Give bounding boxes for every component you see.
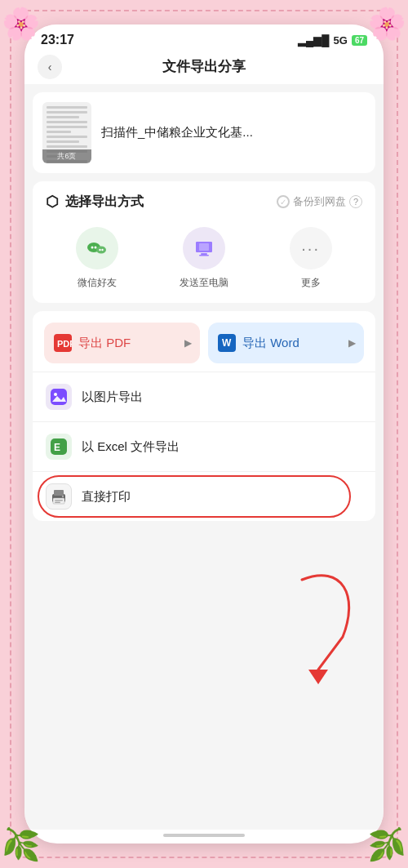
svg-point-8: [100, 249, 101, 251]
print-label: 直接打印: [82, 489, 131, 505]
svg-rect-14: [199, 255, 209, 256]
share-item-computer[interactable]: 发送至电脑: [180, 227, 228, 290]
svg-rect-27: [55, 500, 63, 501]
svg-point-9: [102, 249, 104, 251]
share-item-wechat[interactable]: 微信好友: [76, 227, 118, 290]
svg-rect-12: [199, 243, 209, 251]
corner-decoration-br: 🌿: [366, 826, 406, 866]
signal-icon: ▂▄▆█: [298, 34, 329, 47]
svg-rect-25: [54, 490, 64, 496]
svg-point-29: [62, 496, 64, 497]
print-export-icon: [46, 483, 72, 510]
excel-export-label: 以 Excel 文件导出: [82, 439, 180, 455]
word-icon: W: [218, 334, 236, 352]
svg-text:🌸: 🌸: [2, 5, 41, 42]
status-bar: 23:17 ▂▄▆█ 5G 67: [24, 24, 384, 52]
wechat-label: 微信好友: [78, 276, 117, 290]
export-image-item[interactable]: 以图片导出: [33, 372, 375, 421]
export-word-button[interactable]: W 导出 Word ▶: [208, 323, 364, 363]
file-thumbnail: 共6页: [42, 102, 91, 163]
computer-label: 发送至电脑: [180, 276, 228, 290]
status-icons: ▂▄▆█ 5G 67: [298, 34, 367, 47]
export-pdf-button[interactable]: PDF 导出 PDF ▶: [44, 323, 200, 363]
status-time: 23:17: [41, 33, 74, 47]
corner-decoration-bl: 🌿: [2, 826, 42, 866]
svg-rect-19: [51, 389, 67, 405]
share-item-more[interactable]: ··· 更多: [290, 227, 332, 290]
more-icon-circle: ···: [290, 227, 332, 269]
file-name: 扫描件_中储粮企业文化基...: [101, 125, 366, 140]
section-title-container: ⬡ 选择导出方式: [46, 193, 144, 211]
help-icon[interactable]: ?: [349, 195, 362, 208]
pdf-icon: PDF: [54, 334, 72, 352]
image-export-label: 以图片导出: [82, 389, 143, 405]
phone-frame: 23:17 ▂▄▆█ 5G 67 ‹ 文件导出分享: [24, 24, 384, 844]
export-excel-item[interactable]: E 以 Excel 文件导出: [33, 421, 375, 471]
image-export-icon: [46, 384, 72, 410]
backup-link[interactable]: ✓ 备份到网盘 ?: [277, 194, 362, 209]
backup-label: 备份到网盘: [293, 194, 346, 209]
pdf-arrow-icon: ▶: [184, 337, 192, 349]
section-header: ⬡ 选择导出方式 ✓ 备份到网盘 ?: [33, 181, 375, 219]
wechat-icon-circle: [76, 227, 118, 269]
svg-point-7: [96, 247, 106, 254]
network-label: 5G: [334, 34, 348, 47]
pdf-label: 导出 PDF: [78, 336, 131, 351]
back-icon: ‹: [48, 60, 52, 73]
svg-rect-28: [55, 502, 60, 504]
file-page-badge: 共6页: [42, 149, 91, 163]
home-indicator: [163, 834, 245, 837]
file-preview-card: 共6页 扫描件_中储粮企业文化基...: [33, 92, 375, 173]
export-method-section: ⬡ 选择导出方式 ✓ 备份到网盘 ?: [33, 181, 375, 303]
export-format-section: PDF 导出 PDF ▶ W 导出 Word ▶: [33, 311, 375, 521]
svg-text:E: E: [54, 442, 60, 453]
word-label: 导出 Word: [242, 336, 299, 351]
svg-point-5: [91, 247, 94, 249]
share-row: 微信好友 发送至电脑: [33, 219, 375, 303]
svg-point-20: [54, 393, 57, 396]
corner-decoration-tr: 🌸: [366, 2, 406, 42]
back-button[interactable]: ‹: [38, 55, 62, 79]
computer-icon-circle: [183, 227, 225, 269]
page-header: ‹ 文件导出分享: [24, 52, 384, 84]
more-label: 更多: [301, 276, 321, 290]
export-top-row: PDF 导出 PDF ▶ W 导出 Word ▶: [33, 311, 375, 372]
section-title-label: 选择导出方式: [65, 194, 144, 211]
check-circle-icon: ✓: [277, 195, 290, 208]
excel-export-icon: E: [46, 434, 72, 460]
svg-point-6: [95, 247, 97, 249]
svg-text:🌸: 🌸: [367, 5, 406, 42]
export-icon: ⬡: [46, 193, 59, 211]
word-arrow-icon: ▶: [348, 337, 356, 349]
svg-text:W: W: [222, 337, 232, 349]
svg-text:🌿: 🌿: [367, 826, 406, 863]
main-content: 共6页 扫描件_中储粮企业文化基... ⬡ 选择导出方式 ✓ 备份到网盘 ?: [24, 84, 384, 830]
page-title: 文件导出分享: [162, 57, 246, 76]
corner-decoration-tl: 🌸: [2, 2, 42, 42]
svg-rect-13: [201, 253, 207, 255]
svg-text:PDF: PDF: [57, 339, 72, 349]
svg-text:🌿: 🌿: [2, 826, 41, 863]
export-print-item[interactable]: 直接打印: [33, 471, 375, 521]
